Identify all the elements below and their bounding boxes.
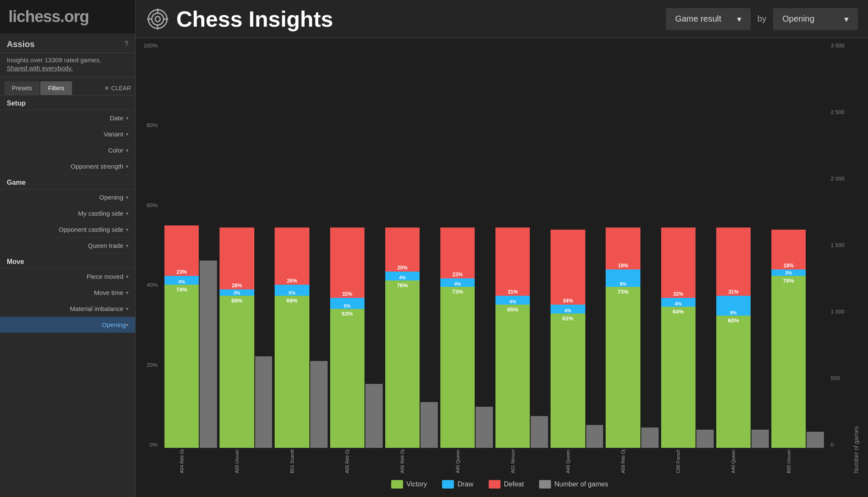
x-axis-text: A04 Réti Opening bbox=[179, 450, 184, 473]
active-filter-opening[interactable]: Opening ▾ bbox=[0, 317, 135, 333]
clear-x-icon: ✕ bbox=[104, 85, 109, 92]
brand-logo[interactable]: lichess.org bbox=[0, 0, 135, 33]
filter-my-castling[interactable]: My castling side ▾ bbox=[0, 205, 135, 222]
defeat-label: 23% bbox=[440, 272, 475, 278]
filter-date[interactable]: Date ▾ bbox=[0, 110, 135, 126]
draw-label: 4% bbox=[164, 279, 199, 284]
x-count-spacer bbox=[365, 448, 383, 473]
draw-label: 4% bbox=[661, 301, 696, 306]
x-count-spacer bbox=[586, 448, 604, 473]
chevron-down-icon: ▾ bbox=[126, 274, 128, 280]
defeat-segment: 19% bbox=[606, 228, 640, 269]
clear-button[interactable]: ✕ CLEAR bbox=[104, 81, 131, 95]
stacked-bar: 73%4%23% bbox=[440, 228, 475, 448]
bar-group: 65%4%31% bbox=[495, 228, 548, 448]
legend-color-swatch bbox=[539, 480, 551, 489]
by-label: by bbox=[757, 14, 766, 24]
draw-segment: 8% bbox=[606, 269, 640, 287]
count-bar bbox=[200, 261, 217, 448]
count-bar bbox=[641, 428, 659, 448]
count-bar bbox=[420, 402, 438, 448]
defeat-label: 34% bbox=[551, 298, 585, 304]
tab-presets[interactable]: Presets bbox=[4, 81, 39, 95]
filter-material-imbalance[interactable]: Material imbalance ▾ bbox=[0, 301, 135, 317]
chevron-down-icon: ▾ bbox=[844, 14, 849, 24]
legend-color-swatch bbox=[489, 480, 501, 489]
filter-color[interactable]: Color ▾ bbox=[0, 142, 135, 158]
x-axis-label: B01 Scandinavian bbox=[275, 448, 309, 473]
filter-opp-castling[interactable]: Opponent castling side ▾ bbox=[0, 222, 135, 238]
insight-count-text: Insights over 13309 rated games. bbox=[7, 56, 101, 64]
draw-label: 4% bbox=[551, 308, 585, 313]
bar-group: 60%9%31% bbox=[716, 228, 769, 448]
x-axis-text: B00 Uncommon King's Pawn Opening bbox=[786, 450, 791, 473]
x-count-spacer bbox=[255, 448, 273, 473]
victory-segment: 76% bbox=[385, 280, 420, 448]
x-axis-label: A46 Queen's Pawn Game bbox=[551, 448, 585, 473]
tab-bar: Presets Filters ✕ CLEAR bbox=[0, 77, 135, 95]
defeat-segment: 31% bbox=[495, 228, 530, 296]
defeat-label: 26% bbox=[275, 278, 309, 284]
target-icon bbox=[146, 7, 170, 31]
count-bar bbox=[476, 407, 493, 448]
filter-move-time[interactable]: Move time ▾ bbox=[0, 285, 135, 301]
filter-opening-label: Opening bbox=[99, 194, 123, 201]
victory-segment: 78% bbox=[771, 276, 806, 448]
stacked-bar: 64%4%32% bbox=[661, 228, 696, 448]
y-axis-left-label: 0% bbox=[140, 441, 158, 448]
defeat-segment: 20% bbox=[385, 228, 420, 272]
bar-group: 76%4%20% bbox=[385, 228, 438, 448]
metric-label: Game result bbox=[675, 14, 721, 24]
x-axis-text: A06 Réti Opening bbox=[400, 450, 405, 473]
count-bar bbox=[310, 361, 328, 448]
right-axis-text: Number of games bbox=[853, 426, 860, 473]
defeat-segment: 23% bbox=[164, 225, 199, 276]
chart-wrapper: 100%80%60%40%20%0% 74%4%23%69%3%28%69%5%… bbox=[140, 42, 860, 473]
x-count-spacer bbox=[696, 448, 714, 473]
draw-segment: 4% bbox=[495, 296, 530, 305]
x-label-group: A45 Queen's Pawn Game bbox=[440, 448, 493, 473]
metric-dropdown[interactable]: Game result ▾ bbox=[666, 8, 751, 30]
dimension-label: Opening bbox=[782, 14, 815, 24]
draw-label: 3% bbox=[771, 270, 806, 275]
stacked-bar: 60%9%31% bbox=[716, 228, 751, 448]
main-title: Chess Insights bbox=[176, 6, 659, 32]
filter-queen-trade[interactable]: Queen trade ▾ bbox=[0, 238, 135, 254]
filter-piece-moved[interactable]: Piece moved ▾ bbox=[0, 269, 135, 285]
filter-date-label: Date bbox=[110, 114, 123, 122]
filter-opponent-strength[interactable]: Opponent strength ▾ bbox=[0, 158, 135, 175]
tab-filters[interactable]: Filters bbox=[40, 81, 72, 95]
defeat-label: 32% bbox=[330, 291, 364, 297]
stacked-bar: 65%4%31% bbox=[495, 228, 530, 448]
legend-color-swatch bbox=[442, 480, 454, 489]
filter-opening[interactable]: Opening ▾ bbox=[0, 189, 135, 205]
chart-container: 100%80%60%40%20%0% 74%4%23%69%3%28%69%5%… bbox=[136, 38, 868, 497]
legend-item: Defeat bbox=[489, 480, 524, 489]
stacked-bar: 63%5%32% bbox=[330, 228, 364, 448]
filter-piece-moved-label: Piece moved bbox=[86, 273, 123, 280]
chevron-down-icon: ▾ bbox=[126, 243, 128, 249]
svg-point-2 bbox=[155, 17, 160, 22]
dimension-dropdown[interactable]: Opening ▾ bbox=[773, 8, 858, 30]
victory-label: 69% bbox=[275, 297, 309, 304]
section-move: Move bbox=[0, 254, 135, 269]
shared-link[interactable]: Shared with everybody. bbox=[7, 64, 128, 72]
x-axis-label: A00 Uncommon Opening bbox=[220, 448, 254, 473]
filter-material-imbalance-label: Material imbalance bbox=[70, 305, 123, 312]
victory-segment: 69% bbox=[220, 296, 254, 448]
brand-text: lichess.org bbox=[8, 8, 89, 25]
help-icon[interactable]: ? bbox=[124, 40, 128, 49]
victory-segment: 74% bbox=[164, 285, 199, 448]
filter-variant[interactable]: Variant ▾ bbox=[0, 126, 135, 142]
x-axis-label: C00 French Defence bbox=[661, 448, 696, 473]
stacked-bar: 76%4%20% bbox=[385, 228, 420, 448]
legend-item: Victory bbox=[391, 480, 427, 489]
count-bar bbox=[751, 430, 769, 448]
y-axis-right-label: 1 500 bbox=[831, 242, 853, 248]
section-game: Game bbox=[0, 175, 135, 189]
legend-item: Draw bbox=[442, 480, 473, 489]
defeat-segment: 23% bbox=[440, 228, 475, 278]
count-bar bbox=[255, 356, 273, 448]
active-filter-label: Opening bbox=[102, 321, 126, 328]
x-axis-text: A40 Queen's Pawn Game bbox=[731, 450, 736, 473]
